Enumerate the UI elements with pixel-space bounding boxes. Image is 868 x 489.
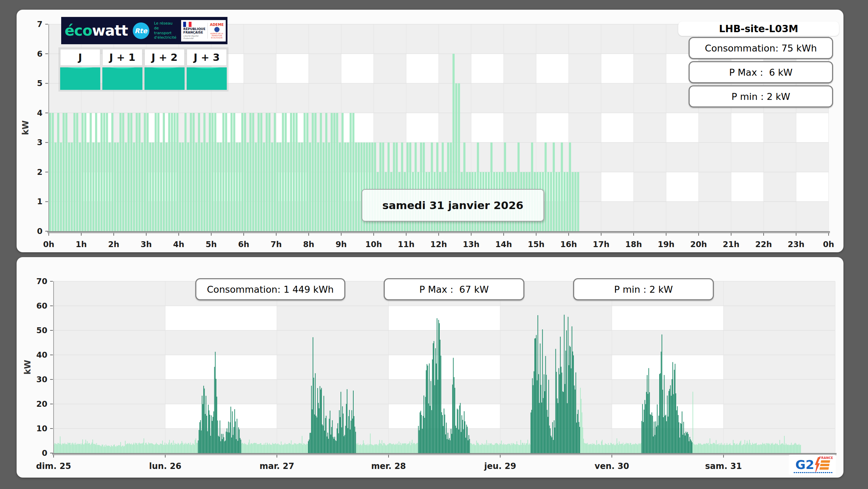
svg-text:17h: 17h (593, 240, 609, 249)
week-consumption-badge: Consommation: 1 449 kWh (195, 278, 345, 300)
svg-text:10: 10 (36, 424, 47, 433)
svg-text:3: 3 (37, 138, 43, 147)
svg-text:6h: 6h (238, 240, 249, 249)
g2e-e-icon (820, 460, 830, 470)
svg-text:40: 40 (36, 350, 47, 359)
svg-text:kW: kW (21, 120, 30, 135)
svg-text:mer. 28: mer. 28 (371, 461, 406, 471)
svg-text:0: 0 (37, 227, 43, 236)
svg-text:12h: 12h (430, 240, 447, 249)
week-panel: dim. 25lun. 26mar. 27mer. 28jeu. 29ven. … (17, 257, 843, 478)
svg-text:60: 60 (36, 301, 47, 310)
forecast-tile-j2: J + 2 (144, 49, 185, 90)
svg-text:18h: 18h (625, 240, 642, 249)
french-flag-icon (183, 22, 192, 27)
rte-tagline: Le réseau de transport d'électricité (154, 21, 177, 40)
svg-text:2h: 2h (108, 240, 119, 249)
svg-text:kW: kW (23, 360, 32, 374)
svg-text:0h: 0h (823, 240, 834, 249)
svg-text:4h: 4h (173, 240, 184, 249)
date-tooltip: samedi 31 janvier 2026 (362, 189, 544, 222)
svg-text:0: 0 (42, 449, 47, 458)
svg-text:1h: 1h (76, 240, 87, 249)
svg-text:3h: 3h (141, 240, 152, 249)
forecast-tile-j3: J + 3 (187, 49, 227, 90)
svg-text:20h: 20h (690, 240, 707, 249)
dashboard: 0h1h2h3h4h5h6h7h8h9h10h11h12h13h14h15h16… (0, 0, 868, 489)
republique-francaise-block: RÉPUBLIQUEFRANÇAISE Liberté Égalité Frat… (181, 20, 226, 41)
svg-text:mar. 27: mar. 27 (260, 461, 295, 471)
svg-text:7: 7 (37, 20, 43, 29)
svg-text:23h: 23h (788, 240, 804, 249)
svg-text:10h: 10h (365, 240, 382, 249)
ademe-logo: ADEME AGENCE DE LATRANSITIONÉCOLOGIQUE (207, 23, 224, 39)
svg-text:6: 6 (37, 49, 43, 58)
day-consumption-badge: Consommation: 75 kWh (689, 37, 833, 59)
svg-text:8h: 8h (303, 240, 314, 249)
svg-text:30: 30 (36, 375, 47, 384)
svg-text:5: 5 (37, 79, 43, 88)
ecowatt-wordmark: écowatt (65, 23, 128, 38)
svg-text:21h: 21h (723, 240, 739, 249)
ecowatt-logo: écowatt Rte Le réseau de transport d'éle… (61, 17, 227, 44)
svg-text:4: 4 (37, 109, 43, 117)
svg-text:9h: 9h (336, 240, 347, 249)
svg-text:lun. 26: lun. 26 (149, 461, 181, 471)
svg-text:5h: 5h (206, 240, 217, 249)
svg-text:19h: 19h (658, 240, 674, 249)
svg-text:1: 1 (37, 197, 43, 206)
green-signal-icon (60, 67, 100, 90)
g2e-france-logo: G2 FRANCE (789, 455, 836, 475)
ademe-globe-icon (214, 27, 220, 32)
green-signal-icon (187, 67, 227, 90)
rte-logo-icon: Rte (133, 22, 149, 39)
svg-text:22h: 22h (755, 240, 772, 249)
svg-text:14h: 14h (495, 240, 512, 249)
green-signal-icon (102, 67, 142, 90)
svg-text:13h: 13h (463, 240, 479, 249)
svg-text:jeu. 29: jeu. 29 (484, 461, 516, 471)
day-pmin-badge: P min : 2 kW (689, 85, 833, 107)
g2e-tagline (794, 472, 832, 473)
svg-text:20: 20 (36, 399, 47, 408)
week-pmax-badge: P Max : 67 kW (384, 278, 524, 300)
day-pmax-badge: P Max : 6 kW (689, 61, 833, 83)
svg-text:70: 70 (36, 277, 47, 286)
day-panel: 0h1h2h3h4h5h6h7h8h9h10h11h12h13h14h15h16… (17, 10, 843, 252)
svg-text:7h: 7h (271, 240, 282, 249)
svg-text:dim. 25: dim. 25 (36, 461, 71, 471)
svg-text:2: 2 (37, 168, 43, 177)
green-signal-icon (144, 67, 185, 90)
svg-text:16h: 16h (560, 240, 577, 249)
svg-text:ven. 30: ven. 30 (595, 461, 629, 471)
svg-text:sam. 31: sam. 31 (705, 461, 742, 471)
svg-text:15h: 15h (528, 240, 544, 249)
svg-text:50: 50 (36, 326, 47, 335)
week-pmin-badge: P min : 2 kW (573, 278, 714, 300)
site-title-badge: LHB-site-L03M (678, 21, 839, 36)
forecast-tile-j1: J + 1 (102, 49, 142, 90)
svg-text:0h: 0h (43, 240, 54, 249)
forecast-tile-j: J (60, 49, 100, 90)
ecowatt-forecast-tiles: J J + 1 J + 2 J + 3 (58, 47, 228, 92)
svg-text:11h: 11h (398, 240, 414, 249)
